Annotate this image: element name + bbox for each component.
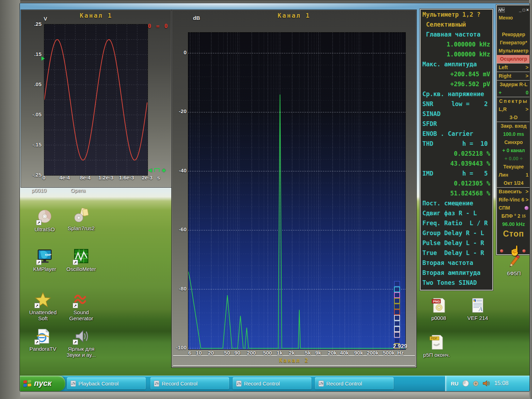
taskbar-button[interactable]: Playback Control (67, 377, 146, 389)
multimeter-readout-line: SNR low = 2 (421, 99, 492, 109)
wave-icon: ➚ (73, 292, 90, 308)
control-menu-item[interactable]: Задерж R-L (497, 80, 530, 89)
multimeter-readout-line: 0.012305 % (421, 178, 492, 188)
legend-swatch[interactable] (394, 332, 400, 338)
multimeter-readout-line: +296.502 pV (421, 79, 492, 89)
legend-swatch[interactable] (394, 298, 400, 304)
scope-y-tick: -.15 (26, 142, 41, 148)
desktop-icon-iepage[interactable]: ➚PandoraTV (25, 328, 61, 352)
svg-text:PNG: PNG (433, 300, 440, 303)
volume-tray-icon[interactable] (482, 380, 490, 387)
scroll-left-icon[interactable]: ◀ (148, 167, 152, 173)
control-menu-item[interactable]: Лин1 (497, 171, 530, 179)
control-menu-item[interactable]: 100.0 ms (497, 130, 530, 138)
desktop-icon-label: Unattended Soft (25, 309, 61, 321)
control-menu-item[interactable]: Синхро (497, 138, 530, 146)
control-menu-item[interactable]: СПМ (497, 204, 530, 212)
spectrum-y-unit: dB (193, 15, 200, 21)
desktop-icon-cd[interactable]: ➚UltraISO (27, 209, 62, 232)
cdbox-icon (73, 208, 90, 224)
spectrum-plot (188, 32, 406, 350)
legend-swatch[interactable] (394, 292, 400, 298)
desktop-icon-label[interactable]: Opera (71, 187, 85, 193)
control-menu-item[interactable]: Мультиметр (497, 47, 530, 55)
control-menu-item[interactable]: L,R> (497, 105, 530, 113)
cd-icon: ➚ (36, 209, 53, 225)
control-menu-item[interactable]: БПФ ° 215 (497, 212, 530, 220)
desktop-icon-label: 6Ф5П (496, 270, 530, 276)
scope-toolbar[interactable]: ◀ ◆ (148, 167, 166, 173)
control-menu-item[interactable]: + 0.00 ÷ (497, 155, 530, 163)
control-menu-item[interactable]: Спектры (497, 97, 530, 105)
control-menu-item[interactable]: + 0 канал (497, 146, 530, 155)
control-menu-item[interactable]: Left> (497, 63, 530, 72)
control-menu-item[interactable]: Закр. вход (497, 122, 530, 130)
desktop-icon-cdbox[interactable]: Splan7rus2 (63, 208, 99, 231)
window-buttons[interactable]: _ □ × (519, 7, 529, 12)
scope-plot (44, 24, 148, 176)
scope-x-tick: 1.6e-3 (116, 174, 137, 181)
legend-swatch[interactable] (394, 304, 400, 309)
control-menu-item[interactable]: Right> (497, 72, 530, 80)
marker-diamond-icon[interactable]: ◆ (162, 167, 166, 173)
multimeter-readout-line: True Delay L - R (421, 248, 492, 258)
scope-x-tick: 1.2e-3 (95, 174, 117, 181)
multimeter-readout-line: 0.025218 % (421, 149, 492, 159)
divider (173, 365, 415, 366)
trigger-level-marker[interactable] (41, 56, 45, 61)
control-menu-item[interactable]: Генератор* (497, 39, 530, 47)
legend-swatch[interactable] (394, 338, 400, 343)
control-menu-item[interactable]: 3-D (497, 113, 530, 122)
desktop-icon-speaker[interactable]: ➚Ярлык для Звуки и ау... (63, 328, 99, 358)
control-menu-item[interactable]: Текущее (497, 163, 530, 171)
scope-y-tick: .15 (26, 51, 41, 57)
start-label: пуск (34, 379, 51, 388)
control-menu-item[interactable]: Rife-Vinc 6> (497, 196, 530, 204)
legend-swatch[interactable] (394, 321, 400, 326)
spectrum-trace (188, 33, 405, 349)
desktop-icon-pdf[interactable]: PDFр5П оконч. (419, 334, 454, 358)
kmplayer-tray-icon[interactable] (462, 380, 469, 387)
language-indicator[interactable]: RU (451, 381, 459, 387)
pulse-icon[interactable] (154, 168, 160, 172)
legend-swatch[interactable] (394, 281, 400, 287)
control-menu-item[interactable]: Окт 1/24 (497, 179, 530, 187)
multimeter-readout-line: Вторая частота (421, 258, 492, 268)
clock: 15:08 (494, 380, 509, 387)
control-menu-item[interactable]: Осциллогр (497, 55, 530, 63)
tray-app-icon[interactable] (473, 381, 479, 387)
oscilloscope-window: Канал 1 V 0 = 0 s ◀ ◆ .25.15.05-.05-.15-… (21, 10, 172, 188)
desktop-icon-doc[interactable]: AVEF 214 (460, 298, 495, 321)
legend-swatch[interactable] (394, 309, 400, 315)
control-menu-item[interactable]: Стоп (497, 228, 530, 240)
scope-waveform (44, 24, 148, 175)
shortcut-arrow-icon: ➚ (36, 260, 41, 265)
taskbar-button[interactable]: Record Control (150, 377, 229, 389)
spm-led-icon[interactable] (525, 206, 528, 210)
control-menu-item[interactable]: +0 (497, 89, 530, 97)
desktop-icon-star[interactable]: ➚Unattended Soft (25, 292, 61, 321)
control-menu-item[interactable]: Рекордер (497, 31, 530, 39)
desktop-icon-wave[interactable]: ➚Sound Generator (63, 292, 99, 321)
shortcut-arrow-icon: ➚ (34, 303, 40, 308)
scope-y-tick: .05 (26, 81, 41, 87)
taskbar-button[interactable]: Record Control (233, 377, 311, 389)
desktop-icon-label[interactable]: p0010 (32, 187, 46, 193)
legend-swatch[interactable] (394, 315, 400, 321)
legend-swatch[interactable] (394, 326, 400, 332)
control-menu-item[interactable]: Взвесить> (497, 187, 530, 196)
control-menu-item[interactable]: Меню (497, 14, 530, 22)
desktop-icon-oscillo[interactable]: ➚OscilloMeter (63, 249, 99, 272)
oscillo-icon: ➚ (73, 249, 90, 265)
taskbar: пуск Playback ControlRecord ControlRecor… (20, 376, 530, 391)
control-menu-item[interactable]: 96.00 kHz (497, 220, 530, 228)
taskbar-button[interactable]: Record Control (315, 377, 394, 389)
desktop-icon-png[interactable]: PNGp0008 (421, 298, 456, 321)
status-led (522, 249, 526, 253)
legend-swatch[interactable] (394, 287, 400, 292)
svg-text:PDF: PDF (431, 337, 438, 340)
multimeter-readout-line: +200.845 mV (421, 69, 492, 79)
start-button[interactable]: пуск (20, 376, 65, 391)
multimeter-readout-line: Селективный (421, 20, 492, 29)
desktop-icon-monitor[interactable]: KMP➚KMPlayer (27, 249, 62, 272)
